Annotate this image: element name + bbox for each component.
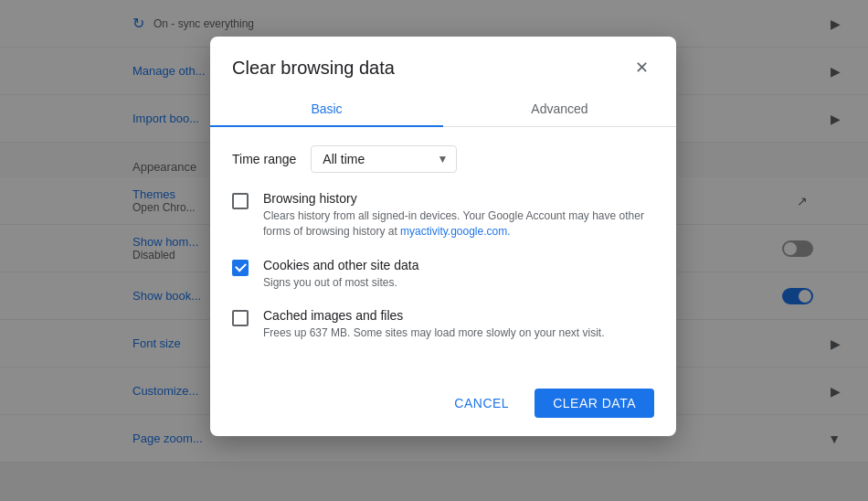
- cookies-item: Cookies and other site data Signs you ou…: [232, 258, 654, 291]
- dialog-tabs: Basic Advanced: [210, 91, 676, 127]
- dialog-body: Time range All time Last hour Last 24 ho…: [210, 127, 676, 378]
- time-range-select-wrapper[interactable]: All time Last hour Last 24 hours Last 7 …: [311, 145, 457, 173]
- cookies-checkbox[interactable]: [232, 260, 249, 276]
- tab-basic[interactable]: Basic: [210, 92, 443, 127]
- dialog-title: Clear browsing data: [232, 58, 395, 79]
- tab-advanced[interactable]: Advanced: [443, 92, 676, 127]
- cached-desc: Frees up 637 MB. Some sites may load mor…: [263, 325, 654, 341]
- tab-basic-label: Basic: [311, 101, 342, 116]
- clear-data-button[interactable]: CLEAR DATA: [535, 389, 654, 418]
- browsing-history-item: Browsing history Clears history from all…: [232, 191, 654, 240]
- cookies-title: Cookies and other site data: [263, 258, 654, 272]
- time-range-select[interactable]: All time Last hour Last 24 hours Last 7 …: [311, 145, 457, 173]
- cookies-desc: Signs you out of most sites.: [263, 275, 654, 291]
- browsing-history-content: Browsing history Clears history from all…: [263, 191, 654, 240]
- cached-content: Cached images and files Frees up 637 MB.…: [263, 308, 654, 341]
- cached-item: Cached images and files Frees up 637 MB.…: [232, 308, 654, 341]
- time-range-label: Time range: [232, 152, 296, 166]
- browsing-history-title: Browsing history: [263, 191, 654, 206]
- clear-browsing-dialog: Clear browsing data ✕ Basic Advanced Tim…: [210, 37, 676, 436]
- cached-title: Cached images and files: [263, 308, 654, 323]
- cached-checkbox[interactable]: [232, 310, 249, 326]
- dialog-close-button[interactable]: ✕: [629, 55, 654, 80]
- cookies-content: Cookies and other site data Signs you ou…: [263, 258, 654, 291]
- dialog-footer: CANCEL CLEAR DATA: [210, 378, 676, 436]
- browsing-history-checkbox[interactable]: [232, 193, 249, 209]
- browsing-history-desc: Clears history from all signed-in device…: [263, 208, 654, 240]
- time-range-row: Time range All time Last hour Last 24 ho…: [232, 145, 654, 173]
- dialog-header: Clear browsing data ✕: [210, 37, 676, 80]
- tab-advanced-label: Advanced: [531, 101, 587, 116]
- myactivity-link[interactable]: myactivity.google.com.: [400, 225, 511, 238]
- cancel-button[interactable]: CANCEL: [439, 389, 524, 418]
